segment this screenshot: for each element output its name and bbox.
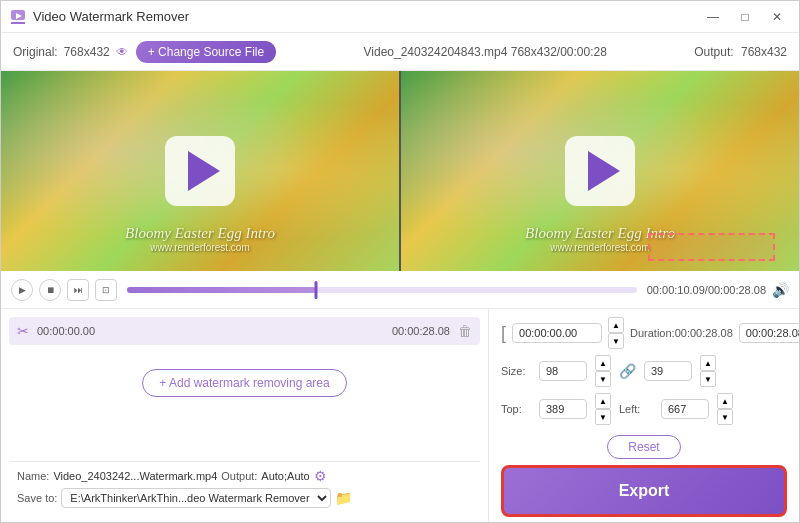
output-label: Output: (221, 470, 257, 482)
right-panel: [ ▲ ▼ Duration:00:00:28.08 ▲ ▼ ] Size: (489, 309, 799, 522)
change-source-button[interactable]: + Change Source File (136, 41, 276, 63)
left-bracket: [ (501, 323, 506, 344)
progress-fill (127, 287, 316, 293)
output-value: Auto;Auto (261, 470, 309, 482)
position-row: Top: ▲ ▼ Left: ▲ ▼ (501, 393, 787, 425)
left-panel: ✂ 00:00:00.00 00:00:28.08 🗑 + Add waterm… (1, 309, 489, 522)
gear-icon[interactable]: ⚙ (314, 468, 327, 484)
save-path-select[interactable]: E:\ArkThinker\ArkThin...deo Watermark Re… (61, 488, 331, 508)
start-time-spinner: ▲ ▼ (608, 317, 624, 349)
lower-area: ✂ 00:00:00.00 00:00:28.08 🗑 + Add waterm… (1, 309, 799, 522)
scissors-icon: ✂ (17, 323, 29, 339)
size-h-up[interactable]: ▲ (700, 355, 716, 371)
delete-clip-icon[interactable]: 🗑 (458, 323, 472, 339)
reset-button[interactable]: Reset (607, 435, 680, 459)
left-video-thumb: Bloomy Easter Egg Intro www.renderforest… (1, 71, 399, 271)
maximize-button[interactable]: □ (731, 6, 759, 28)
left-play-overlay[interactable] (165, 136, 235, 206)
left-preview: Bloomy Easter Egg Intro www.renderforest… (1, 71, 399, 271)
link-icon[interactable]: 🔗 (619, 363, 636, 379)
left-wm-line2: www.renderforest.com (1, 242, 399, 253)
size-w-spinner: ▲ ▼ (595, 355, 611, 387)
left-wm-line1: Bloomy Easter Egg Intro (1, 225, 399, 242)
timeline-controls: ▶ ⏹ ⏭ ⊡ 00:00:10.09/00:00:28.08 🔊 (1, 271, 799, 309)
time-display: 00:00:10.09/00:00:28.08 (647, 284, 766, 296)
left-label: Left: (619, 403, 653, 415)
folder-icon[interactable]: 📁 (335, 490, 352, 506)
play-button[interactable]: ▶ (11, 279, 33, 301)
clip-start-time: 00:00:00.00 (37, 325, 95, 337)
main-window: Video Watermark Remover — □ ✕ Original: … (0, 0, 800, 523)
progress-thumb (314, 281, 317, 299)
top-up[interactable]: ▲ (595, 393, 611, 409)
preview-area: Bloomy Easter Egg Intro www.renderforest… (1, 71, 799, 271)
add-watermark-area-button[interactable]: + Add watermark removing area (142, 369, 346, 397)
window-title: Video Watermark Remover (33, 9, 699, 24)
window-controls: — □ ✕ (699, 6, 791, 28)
left-watermark: Bloomy Easter Egg Intro www.renderforest… (1, 225, 399, 253)
top-bar: Original: 768x432 👁 + Change Source File… (1, 33, 799, 71)
volume-icon[interactable]: 🔊 (772, 282, 789, 298)
size-width-input[interactable] (539, 361, 587, 381)
size-h-down[interactable]: ▼ (700, 371, 716, 387)
watermark-selection-box[interactable] (648, 233, 775, 261)
size-height-input[interactable] (644, 361, 692, 381)
size-w-up[interactable]: ▲ (595, 355, 611, 371)
app-icon (9, 8, 27, 26)
title-bar: Video Watermark Remover — □ ✕ (1, 1, 799, 33)
start-time-input[interactable] (512, 323, 602, 343)
export-button[interactable]: Export (501, 465, 787, 517)
size-w-down[interactable]: ▼ (595, 371, 611, 387)
top-spinner: ▲ ▼ (595, 393, 611, 425)
eye-icon[interactable]: 👁 (116, 45, 128, 59)
left-input[interactable] (661, 399, 709, 419)
size-h-spinner: ▲ ▼ (700, 355, 716, 387)
play-triangle-icon (188, 151, 220, 191)
name-value: Video_2403242...Watermark.mp4 (53, 470, 217, 482)
minimize-button[interactable]: — (699, 6, 727, 28)
clip-row: ✂ 00:00:00.00 00:00:28.08 🗑 (9, 317, 480, 345)
right-preview: Bloomy Easter Egg Intro www.renderforest… (399, 71, 799, 271)
end-time-input[interactable] (739, 323, 799, 343)
time-row: [ ▲ ▼ Duration:00:00:28.08 ▲ ▼ ] (501, 317, 787, 349)
start-time-down[interactable]: ▼ (608, 333, 624, 349)
start-time-up[interactable]: ▲ (608, 317, 624, 333)
duration-label: Duration:00:00:28.08 (630, 327, 733, 339)
top-input[interactable] (539, 399, 587, 419)
top-label: Top: (501, 403, 531, 415)
left-spinner: ▲ ▼ (717, 393, 733, 425)
bottom-bar: Name: Video_2403242...Watermark.mp4 Outp… (9, 461, 480, 514)
step-forward-button[interactable]: ⏭ (67, 279, 89, 301)
progress-track[interactable] (127, 287, 637, 293)
save-label: Save to: (17, 492, 57, 504)
name-label: Name: (17, 470, 49, 482)
file-info: Video_240324204843.mp4 768x432/00:00:28 (284, 45, 686, 59)
top-down[interactable]: ▼ (595, 409, 611, 425)
output-label: Output: 768x432 (694, 45, 787, 59)
left-up[interactable]: ▲ (717, 393, 733, 409)
clip-end-time: 00:00:28.08 (103, 325, 450, 337)
stop-button[interactable]: ⏹ (39, 279, 61, 301)
original-label: Original: 768x432 👁 (13, 45, 128, 59)
size-row: Size: ▲ ▼ 🔗 ▲ ▼ (501, 355, 787, 387)
size-label: Size: (501, 365, 531, 377)
trim-button[interactable]: ⊡ (95, 279, 117, 301)
left-down[interactable]: ▼ (717, 409, 733, 425)
right-play-triangle-icon (588, 151, 620, 191)
right-video-thumb: Bloomy Easter Egg Intro www.renderforest… (401, 71, 799, 271)
right-play-overlay[interactable] (565, 136, 635, 206)
close-button[interactable]: ✕ (763, 6, 791, 28)
